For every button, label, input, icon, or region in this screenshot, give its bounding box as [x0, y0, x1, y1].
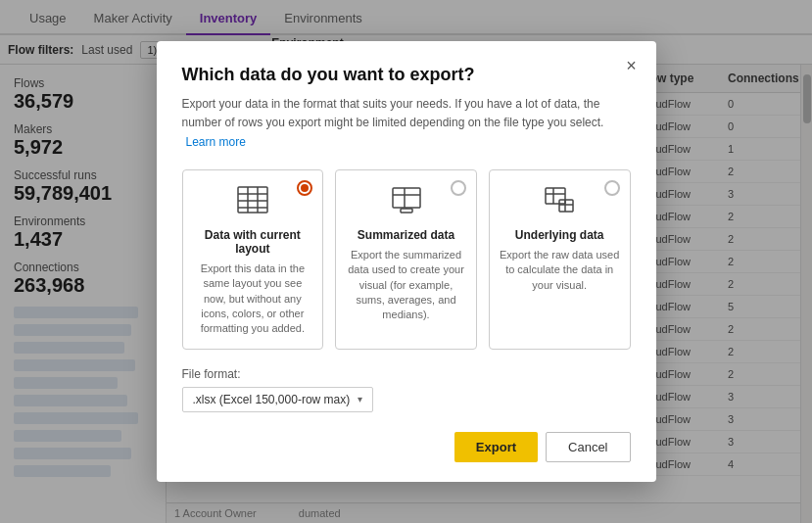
learn-more-link[interactable]: Learn more: [186, 135, 246, 149]
radio-summarized: [451, 180, 466, 196]
modal-description: Export your data in the format that suit…: [182, 95, 631, 152]
export-button[interactable]: Export: [454, 432, 538, 462]
modal-dialog: × Which data do you want to export? Expo…: [157, 41, 656, 482]
file-format-section: File format: .xlsx (Excel 150,000-row ma…: [182, 367, 631, 412]
icon-table: [237, 186, 268, 220]
option-current-title: Data with current layout: [193, 228, 313, 256]
option-summarized-title: Summarized data: [358, 228, 454, 242]
modal-title: Which data do you want to export?: [182, 65, 631, 85]
icon-underlying: [544, 186, 575, 220]
modal-close-button[interactable]: ×: [619, 53, 645, 78]
radio-underlying: [604, 180, 620, 196]
export-option-current[interactable]: Data with current layout Export this dat…: [182, 169, 324, 350]
svg-rect-14: [559, 200, 573, 212]
radio-current: [297, 180, 312, 196]
cancel-button[interactable]: Cancel: [546, 432, 630, 462]
export-options: Data with current layout Export this dat…: [182, 169, 631, 350]
file-format-label: File format:: [182, 367, 631, 381]
modal-overlay: × Which data do you want to export? Expo…: [0, 0, 812, 523]
file-format-value: .xlsx (Excel 150,000-row max): [193, 393, 351, 406]
option-underlying-title: Underlying data: [515, 228, 604, 242]
export-option-summarized[interactable]: Summarized data Export the summarized da…: [335, 169, 477, 350]
option-summarized-desc: Export the summarized data used to creat…: [346, 248, 466, 323]
file-format-select[interactable]: .xlsx (Excel 150,000-row max) ▾: [182, 387, 374, 412]
option-current-desc: Export this data in the same layout you …: [193, 262, 313, 337]
modal-buttons: Export Cancel: [182, 432, 631, 462]
svg-rect-9: [401, 209, 412, 213]
svg-rect-6: [393, 188, 420, 208]
option-underlying-desc: Export the raw data used to calculate th…: [500, 248, 620, 293]
svg-rect-11: [546, 188, 565, 204]
icon-summarized: [391, 186, 422, 220]
export-option-underlying[interactable]: Underlying data Export the raw data used…: [489, 169, 631, 350]
file-format-chevron: ▾: [358, 394, 362, 404]
svg-rect-0: [238, 187, 267, 213]
